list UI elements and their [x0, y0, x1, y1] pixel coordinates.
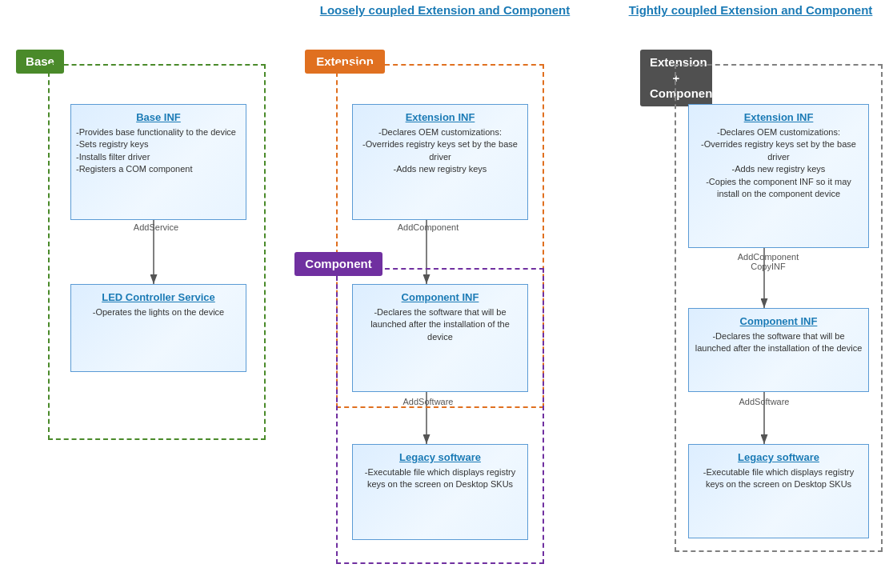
- component-inf-tight-text: -Declares the software that will be laun…: [694, 330, 863, 355]
- diagram-container: Loosely coupled Extension and Component …: [0, 0, 889, 588]
- add-software-tight-label: AddSoftware: [720, 397, 808, 406]
- legacy-software-loose-text: -Executable file which displays registry…: [358, 466, 523, 491]
- extension-inf-tight-box: Extension INF -Declares OEM customizatio…: [688, 104, 869, 248]
- extension-inf-tight-text: -Declares OEM customizations:-Overrides …: [694, 126, 863, 200]
- tightly-coupled-title: Tightly coupled Extension and Component: [615, 3, 887, 17]
- add-component-loose-label: AddComponent: [384, 222, 472, 232]
- add-component-tight-label: AddComponent CopyINF: [720, 252, 816, 271]
- legacy-software-tight-box: Legacy software -Executable file which d…: [688, 444, 869, 538]
- add-software-loose-label: AddSoftware: [384, 397, 472, 406]
- component-inf-loose-text: -Declares the software that will be laun…: [358, 306, 523, 343]
- add-service-label: AddService: [124, 222, 188, 232]
- component-inf-loose-box: Component INF -Declares the software tha…: [352, 284, 528, 392]
- led-service-text: -Operates the lights on the device: [76, 306, 241, 318]
- component-inf-tight-box: Component INF -Declares the software tha…: [688, 308, 869, 392]
- loosely-coupled-title: Loosely coupled Extension and Component: [305, 3, 585, 17]
- legacy-software-loose-box: Legacy software -Executable file which d…: [352, 444, 528, 540]
- extension-inf-loose-box: Extension INF -Declares OEM customizatio…: [352, 104, 528, 220]
- legacy-software-tight-text: -Executable file which displays registry…: [694, 466, 863, 491]
- base-inf-box: Base INF -Provides base functionality to…: [70, 104, 246, 220]
- led-service-box: LED Controller Service -Operates the lig…: [70, 284, 246, 372]
- base-inf-text: -Provides base functionality to the devi…: [76, 126, 241, 176]
- extension-inf-loose-text: -Declares OEM customizations:-Overrides …: [358, 126, 523, 176]
